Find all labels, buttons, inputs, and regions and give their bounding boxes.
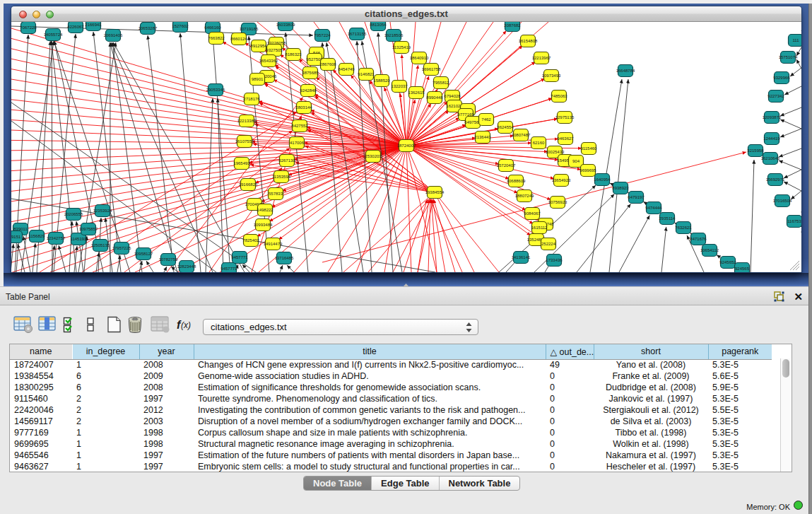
svg-text:9463627: 9463627 xyxy=(557,136,574,141)
svg-text:6466160: 6466160 xyxy=(204,25,221,30)
svg-text:6479197: 6479197 xyxy=(628,195,645,199)
svg-text:111: 111 xyxy=(792,38,799,42)
svg-text:2136443: 2136443 xyxy=(474,135,491,139)
svg-text:2803144: 2803144 xyxy=(295,105,312,110)
svg-text:19166825: 19166825 xyxy=(239,182,258,187)
svg-text:9699695: 9699695 xyxy=(579,168,596,173)
svg-text:10653287: 10653287 xyxy=(139,26,158,30)
svg-text:9242848: 9242848 xyxy=(300,88,317,93)
svg-text:9327505: 9327505 xyxy=(266,48,283,52)
svg-text:8427552: 8427552 xyxy=(291,124,308,128)
svg-text:12975135: 12975135 xyxy=(555,115,575,119)
svg-text:8938923: 8938923 xyxy=(612,186,629,190)
svg-text:16648784: 16648784 xyxy=(616,69,635,73)
svg-text:116753: 116753 xyxy=(787,219,801,223)
svg-text:16543362: 16543362 xyxy=(259,59,278,63)
svg-text:10975857: 10975857 xyxy=(79,227,98,231)
svg-text:62160: 62160 xyxy=(533,141,545,145)
svg-text:7825402: 7825402 xyxy=(242,238,259,243)
svg-text:7632621: 7632621 xyxy=(675,226,692,230)
svg-text:10782759: 10782759 xyxy=(159,257,178,262)
svg-text:2935114: 2935114 xyxy=(659,216,676,221)
svg-text:2530203: 2530203 xyxy=(365,154,382,158)
svg-text:10025433: 10025433 xyxy=(546,150,565,154)
svg-text:417006: 417006 xyxy=(290,141,305,145)
svg-text:8990448: 8990448 xyxy=(426,95,443,100)
svg-text:13654923: 13654923 xyxy=(552,178,571,182)
svg-text:1322037: 1322037 xyxy=(391,84,408,88)
svg-text:12353924: 12353924 xyxy=(93,209,112,213)
svg-text:3624554: 3624554 xyxy=(497,125,514,129)
svg-text:20691406: 20691406 xyxy=(104,33,123,37)
svg-text:20206555: 20206555 xyxy=(64,212,83,216)
svg-text:10807487: 10807487 xyxy=(512,133,531,137)
svg-text:252224: 252224 xyxy=(541,242,556,246)
svg-text:1733436: 1733436 xyxy=(546,258,563,262)
svg-text:18640910: 18640910 xyxy=(410,56,429,60)
svg-text:3267130: 3267130 xyxy=(278,158,295,163)
svg-text:16713155: 16713155 xyxy=(348,32,367,36)
svg-text:924565: 924565 xyxy=(735,267,750,271)
svg-text:9245652: 9245652 xyxy=(719,260,736,264)
svg-text:1362615: 1362615 xyxy=(408,90,425,95)
svg-text:19384554: 19384554 xyxy=(425,190,445,194)
svg-text:2867608: 2867608 xyxy=(319,62,336,66)
svg-text:16107553: 16107553 xyxy=(235,139,254,144)
svg-text:12213389: 12213389 xyxy=(237,119,257,123)
svg-text:15720407: 15720407 xyxy=(497,163,516,168)
svg-text:8912954: 8912954 xyxy=(250,44,267,48)
svg-text:9115460: 9115460 xyxy=(581,146,598,151)
svg-text:8813054: 8813054 xyxy=(370,23,387,27)
svg-text:9084067: 9084067 xyxy=(524,211,541,216)
svg-text:13716485: 13716485 xyxy=(275,256,294,260)
svg-text:2166941: 2166941 xyxy=(85,23,102,27)
svg-text:12505135: 12505135 xyxy=(91,243,110,247)
svg-text:2087682: 2087682 xyxy=(504,23,521,28)
svg-text:7955812: 7955812 xyxy=(433,81,449,85)
svg-text:3215958: 3215958 xyxy=(747,148,764,153)
svg-text:1615112: 1615112 xyxy=(531,226,548,230)
svg-text:(x): (x) xyxy=(181,320,191,330)
svg-text:10993484: 10993484 xyxy=(254,223,273,227)
svg-text:10688609: 10688609 xyxy=(507,179,526,183)
svg-text:4226067: 4226067 xyxy=(67,25,84,29)
svg-text:12823448: 12823448 xyxy=(177,264,196,269)
svg-text:1588520: 1588520 xyxy=(373,78,390,83)
svg-text:10958127: 10958127 xyxy=(134,252,153,256)
svg-text:14055724: 14055724 xyxy=(44,33,63,37)
svg-text:8186323: 8186323 xyxy=(285,52,302,57)
svg-text:8471676: 8471676 xyxy=(690,237,707,241)
svg-text:12093872: 12093872 xyxy=(763,115,782,119)
svg-text:1145191: 1145191 xyxy=(71,237,88,241)
svg-text:3875685: 3875685 xyxy=(302,71,319,75)
svg-text:17016504: 17016504 xyxy=(773,199,792,203)
svg-text:18724007: 18724007 xyxy=(397,144,416,148)
svg-text:14914479: 14914479 xyxy=(264,242,283,246)
svg-text:15751074: 15751074 xyxy=(779,55,798,59)
svg-text:9457771: 9457771 xyxy=(231,255,248,259)
svg-text:10973493: 10973493 xyxy=(542,74,561,78)
svg-text:18807249: 18807249 xyxy=(515,194,534,198)
svg-text:39151: 39151 xyxy=(11,235,21,239)
svg-text:19218506: 19218506 xyxy=(384,33,404,37)
svg-text:9474444: 9474444 xyxy=(645,206,662,210)
svg-text:15692971: 15692971 xyxy=(766,177,785,182)
svg-text:1640954: 1640954 xyxy=(594,177,611,182)
svg-text:7462: 7462 xyxy=(481,117,491,122)
svg-text:7067228: 7067228 xyxy=(20,25,37,30)
svg-text:1244419: 1244419 xyxy=(763,136,780,141)
svg-text:16210643: 16210643 xyxy=(761,156,780,160)
svg-text:8660124: 8660124 xyxy=(230,37,247,41)
svg-text:11353594: 11353594 xyxy=(272,175,291,179)
svg-text:98901: 98901 xyxy=(252,77,264,81)
svg-text:9227342: 9227342 xyxy=(767,94,784,98)
svg-text:6794028: 6794028 xyxy=(444,94,461,98)
svg-text:16033809: 16033809 xyxy=(276,23,295,27)
svg-text:7663822: 7663822 xyxy=(208,36,225,40)
svg-text:557833: 557833 xyxy=(269,192,283,196)
svg-text:10756923: 10756923 xyxy=(548,200,567,204)
svg-text:17957225: 17957225 xyxy=(112,246,131,250)
svg-text:16154808: 16154808 xyxy=(519,39,538,43)
svg-text:7957224: 7957224 xyxy=(314,33,331,37)
svg-text:7485063: 7485063 xyxy=(551,94,567,98)
